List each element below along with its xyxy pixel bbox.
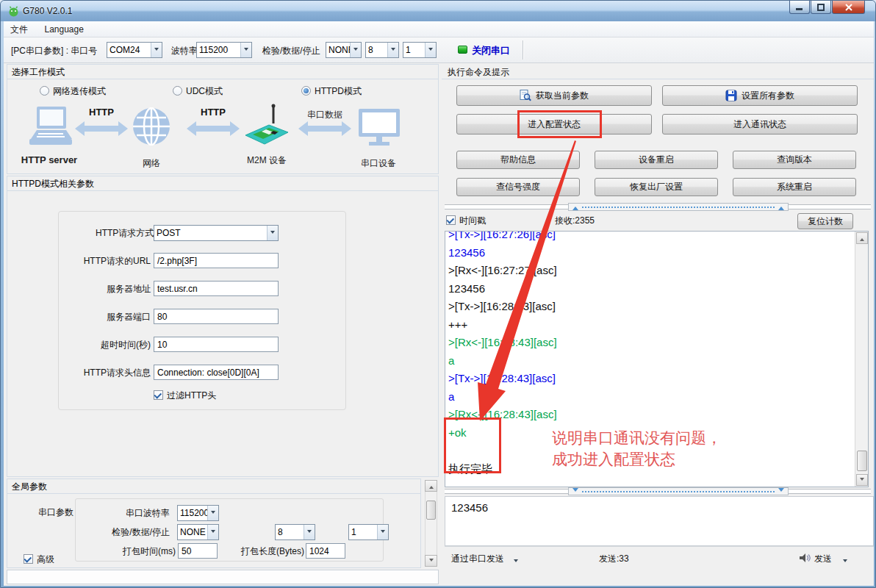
global-scrollbar (425, 480, 437, 567)
chevron-down-icon[interactable] (843, 559, 847, 564)
chevron-down-icon (387, 43, 398, 57)
chevron-down-icon (377, 525, 388, 539)
filter-http-label: 过滤HTTP头 (167, 390, 216, 401)
server-port-input[interactable] (154, 309, 279, 324)
scroll-down-button[interactable] (856, 474, 868, 486)
chevron-down-icon (207, 525, 218, 539)
chevron-down-icon (304, 525, 315, 539)
double-arrow-icon (75, 121, 128, 137)
timeout-input[interactable] (154, 337, 279, 352)
triangle-down-icon (572, 488, 578, 495)
close-port-button[interactable]: 关闭串口 (472, 44, 510, 57)
query-version-button[interactable]: 查询版本 (733, 151, 856, 169)
double-arrow-icon (298, 121, 351, 137)
port-status-led-icon (458, 46, 467, 54)
maximize-button[interactable] (811, 1, 831, 14)
command-panel-title: 执行命令及提示 (448, 67, 509, 77)
log-line: a (448, 352, 852, 370)
http-url-input[interactable] (154, 253, 279, 268)
http-method-select[interactable]: POST (154, 225, 279, 241)
databits-select[interactable]: 8 (365, 42, 399, 58)
factory-reset-button[interactable]: 恢复出厂设置 (595, 178, 718, 196)
server-port-label: 服务器端口 (96, 312, 151, 322)
work-mode-group: 选择工作模式 网络透传模式 UDC模式 HTTPD模式 HTTP (7, 64, 439, 174)
set-params-button[interactable]: 设置所有参数 (662, 85, 858, 106)
highlight-rectangle-button (517, 110, 602, 138)
http-header-label: HTTP请求头信息 (73, 368, 151, 378)
splitter-grip[interactable] (568, 487, 789, 495)
window-title: G780 V2.0.1 (23, 6, 72, 16)
minimize-button[interactable] (789, 1, 810, 14)
globe-network-icon (132, 107, 170, 146)
send-button[interactable]: 发送 (814, 553, 832, 564)
chevron-down-icon (267, 226, 278, 240)
global-baud-select[interactable]: 115200 (177, 505, 219, 521)
pack-time-label: 打包时间(ms) (102, 546, 176, 556)
scroll-thumb[interactable] (857, 451, 867, 471)
log-line: >[Tx->][16:28:43][asc] (448, 298, 852, 316)
com-port-select[interactable]: COM24 (107, 42, 162, 58)
chevron-down-icon[interactable] (514, 559, 518, 564)
system-restart-button[interactable]: 系统重启 (733, 178, 856, 196)
global-stopbits-select[interactable]: 1 (348, 524, 389, 540)
baud-select[interactable]: 115200 (196, 42, 252, 58)
annotation-text: 说明串口通讯没有问题， 成功进入配置状态 (552, 427, 722, 470)
log-line: >[Rx<-][16:28:43][asc] (448, 406, 852, 424)
server-addr-input[interactable] (154, 281, 279, 296)
radio-httpd-mode[interactable] (301, 86, 311, 96)
filter-http-checkbox[interactable] (154, 390, 163, 400)
node-http-server-label: HTTP server (18, 154, 81, 165)
global-parity-select[interactable]: NONE (177, 524, 219, 540)
signal-strength-button[interactable]: 查信号强度 (456, 178, 580, 196)
via-serial-dropdown[interactable]: 通过串口发送 (451, 553, 504, 564)
log-line: 123456 (448, 244, 852, 262)
scroll-up-button[interactable] (856, 232, 868, 244)
radio-httpd-label: HTTPD模式 (315, 86, 362, 96)
radio-net-transparent-mode[interactable] (40, 86, 49, 96)
device-restart-button[interactable]: 设备重启 (595, 151, 718, 169)
radio-udc-mode[interactable] (173, 86, 182, 96)
http-method-label: HTTP请求方式 (96, 228, 151, 238)
http-header-input[interactable] (154, 365, 279, 380)
menu-bar: 文件 Language (4, 21, 874, 37)
node-serial-label: 串口设备 (347, 157, 410, 170)
chevron-down-icon (240, 43, 251, 57)
app-icon (8, 6, 19, 17)
laptop-icon (28, 107, 72, 149)
close-button[interactable] (832, 1, 865, 14)
log-line: >[Rx<-][16:28:43][asc] (448, 334, 852, 352)
help-button[interactable]: 帮助信息 (456, 151, 580, 169)
node-m2m-label: M2M 设备 (235, 154, 298, 167)
serial-toolbar: [PC串口参数] : 串口号 COM24 波特率 115200 检验/数据/停止… (4, 37, 874, 63)
scroll-thumb[interactable] (426, 501, 436, 520)
pack-len-label: 打包长度(Bytes) (240, 546, 304, 556)
advanced-checkbox[interactable] (24, 554, 33, 564)
send-text-area[interactable]: 123456 (445, 496, 874, 546)
global-parity-label: 检验/数据/停止 (87, 527, 170, 537)
pack-len-input[interactable] (306, 543, 345, 559)
document-magnifier-icon (520, 90, 531, 101)
timestamp-checkbox[interactable] (446, 215, 456, 225)
menu-language[interactable]: Language (37, 22, 90, 37)
parity-select[interactable]: NONE (326, 42, 362, 58)
global-databits-select[interactable]: 8 (275, 524, 315, 540)
link3-label: 串口数据 (298, 109, 351, 121)
reset-count-button[interactable]: 复位计数 (797, 213, 853, 229)
scroll-down-button[interactable] (425, 555, 437, 567)
received-count: 接收:2355 (555, 215, 595, 226)
scroll-up-button[interactable] (425, 480, 437, 492)
serial-params-panel: 串口波特率 115200 检验/数据/停止 NONE 8 1 打包时间(ms) … (75, 498, 384, 562)
splitter-grip[interactable] (568, 203, 789, 211)
stopbits-select[interactable]: 1 (403, 42, 437, 58)
status-strip (7, 570, 439, 584)
pack-time-input[interactable] (178, 543, 218, 559)
menu-file[interactable]: 文件 (4, 21, 35, 38)
speaker-icon (799, 552, 811, 564)
enter-comm-button[interactable]: 进入通讯状态 (662, 114, 858, 135)
get-params-button[interactable]: 获取当前参数 (456, 85, 652, 106)
log-line: +++ (448, 316, 852, 334)
advanced-label: 高级 (37, 554, 54, 564)
double-arrow-icon (187, 121, 240, 137)
baud-label: 波特率 (171, 46, 198, 56)
log-line: >[Tx->][16:28:43][asc] (448, 370, 852, 388)
